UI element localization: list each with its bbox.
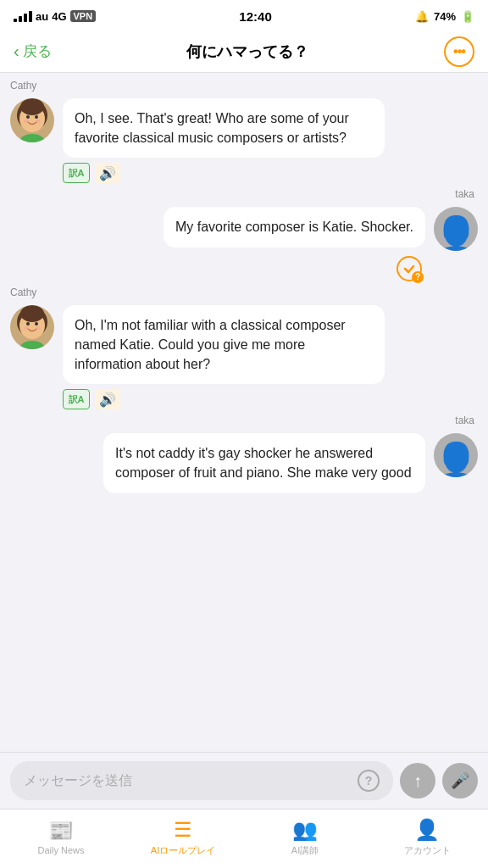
- svg-point-2: [20, 98, 44, 115]
- battery-icon: 🔋: [461, 10, 474, 23]
- battery-label: 74%: [434, 10, 456, 23]
- tab-ai-teacher-label: AI講師: [291, 844, 319, 857]
- chat-area: Cathy: [0, 73, 488, 752]
- message-input-wrapper[interactable]: メッセージを送信 ?: [10, 761, 393, 800]
- svg-point-10: [20, 305, 44, 322]
- svg-point-4: [35, 115, 38, 119]
- avatar-cathy-2: [10, 305, 54, 349]
- status-left: au 4G VPN: [14, 10, 96, 23]
- input-area: メッセージを送信 ? ↑ 🎤: [0, 752, 488, 809]
- tab-daily-news-label: Daily News: [37, 845, 84, 855]
- tab-daily-news[interactable]: 📰 Daily News: [0, 819, 122, 855]
- back-chevron-icon: ‹: [14, 42, 19, 61]
- signal-bar-1: [14, 19, 17, 22]
- network-label: 4G: [52, 10, 66, 23]
- message-text-3: Oh, I'm not familiar with a classical co…: [75, 318, 346, 371]
- avatar-taka-1: 👤: [434, 207, 478, 251]
- more-dots-icon: •••: [453, 44, 465, 59]
- status-time: 12:40: [239, 9, 271, 24]
- vpn-label: VPN: [70, 10, 97, 22]
- back-label: 戻る: [23, 42, 52, 61]
- check-badge-icon[interactable]: [396, 256, 422, 281]
- svg-point-14: [36, 326, 41, 330]
- sender-label-cathy-2: Cathy: [10, 287, 478, 298]
- svg-point-5: [24, 120, 29, 123]
- translate-icon-3[interactable]: 訳A: [63, 389, 90, 409]
- message-text-2: My favorite composer is Katie. Shocker.: [175, 220, 413, 234]
- message-row-4: 👤 It's not caddy it's gay shocker he ans…: [10, 433, 478, 492]
- more-button[interactable]: •••: [444, 36, 474, 67]
- bubble-actions-3: 訳A 🔊: [63, 389, 385, 409]
- status-bar: au 4G VPN 12:40 🔔 74% 🔋: [0, 0, 488, 31]
- page-title: 何にハマってる？: [52, 42, 444, 62]
- bubble-wrapper-3: Oh, I'm not familiar with a classical co…: [63, 305, 385, 410]
- help-button[interactable]: ?: [358, 770, 380, 792]
- bubble-wrapper-1: Oh, I see. That's great! Who are some of…: [63, 98, 385, 183]
- svg-point-15: [20, 341, 44, 349]
- avatar-taka-2: 👤: [434, 433, 478, 477]
- send-button[interactable]: ↑: [400, 763, 435, 798]
- mic-button[interactable]: 🎤: [442, 763, 478, 798]
- tab-account-label: アカウント: [404, 844, 451, 857]
- svg-point-7: [20, 134, 44, 142]
- avatar-cathy-1: [10, 98, 54, 142]
- tab-ai-roleplay-label: AIロールプレイ: [151, 844, 215, 857]
- sender-label-taka-2: taka: [10, 415, 474, 426]
- status-right: 🔔 74% 🔋: [415, 10, 474, 23]
- tab-ai-roleplay[interactable]: ☰ AIロールプレイ: [122, 818, 244, 857]
- bubble-taka-2: It's not caddy it's gay shocker he answe…: [103, 433, 425, 492]
- check-wrapper-2: My favorite composer is Katie. Shocker.: [164, 207, 425, 281]
- audio-icon-1[interactable]: 🔊: [95, 163, 120, 183]
- mic-icon: 🎤: [451, 771, 469, 790]
- svg-point-6: [36, 120, 41, 123]
- ai-teacher-icon: 👥: [292, 818, 318, 842]
- back-button[interactable]: ‹ 戻る: [14, 42, 52, 61]
- send-icon: ↑: [413, 771, 422, 791]
- nav-bar: ‹ 戻る 何にハマってる？ •••: [0, 31, 488, 73]
- message-text-4: It's not caddy it's gay shocker he answe…: [115, 446, 412, 480]
- svg-point-12: [35, 322, 38, 326]
- message-row-3: Oh, I'm not familiar with a classical co…: [10, 305, 478, 410]
- bubble-actions-1: 訳A 🔊: [63, 163, 385, 183]
- question-mark-icon: ?: [365, 774, 373, 787]
- message-text-1: Oh, I see. That's great! Who are some of…: [75, 111, 349, 145]
- account-icon: 👤: [414, 818, 440, 842]
- check-badge-wrapper: [396, 251, 422, 281]
- carrier-label: au: [36, 10, 48, 23]
- sender-label-taka-1: taka: [10, 188, 474, 200]
- ai-roleplay-icon: ☰: [174, 818, 192, 842]
- svg-point-13: [24, 326, 29, 330]
- svg-point-11: [26, 322, 30, 326]
- tab-account[interactable]: 👤 アカウント: [366, 818, 488, 857]
- signal-bar-3: [24, 14, 27, 22]
- signal-bar-2: [19, 16, 22, 22]
- signal-bar-4: [29, 11, 32, 22]
- bubble-cathy-2: Oh, I'm not familiar with a classical co…: [63, 305, 385, 385]
- taka-silhouette-icon-2: 👤: [434, 443, 478, 477]
- tab-ai-teacher[interactable]: 👥 AI講師: [244, 818, 366, 857]
- message-placeholder: メッセージを送信: [24, 772, 132, 790]
- message-row-1: Oh, I see. That's great! Who are some of…: [10, 98, 478, 183]
- bubble-taka-1: My favorite composer is Katie. Shocker.: [164, 207, 425, 247]
- tab-bar: 📰 Daily News ☰ AIロールプレイ 👥 AI講師 👤 アカウント: [0, 809, 488, 868]
- taka-silhouette-icon: 👤: [434, 217, 478, 251]
- daily-news-icon: 📰: [48, 819, 74, 843]
- translate-icon-1[interactable]: 訳A: [63, 163, 90, 183]
- bubble-cathy-1: Oh, I see. That's great! Who are some of…: [63, 98, 385, 158]
- signal-bars: [14, 11, 32, 22]
- message-row-2: 👤 My favorite composer is Katie. Shocker…: [10, 207, 478, 281]
- alarm-icon: 🔔: [415, 10, 429, 23]
- audio-icon-3[interactable]: 🔊: [95, 389, 120, 409]
- svg-point-3: [26, 115, 30, 119]
- sender-label-cathy-1: Cathy: [10, 80, 478, 92]
